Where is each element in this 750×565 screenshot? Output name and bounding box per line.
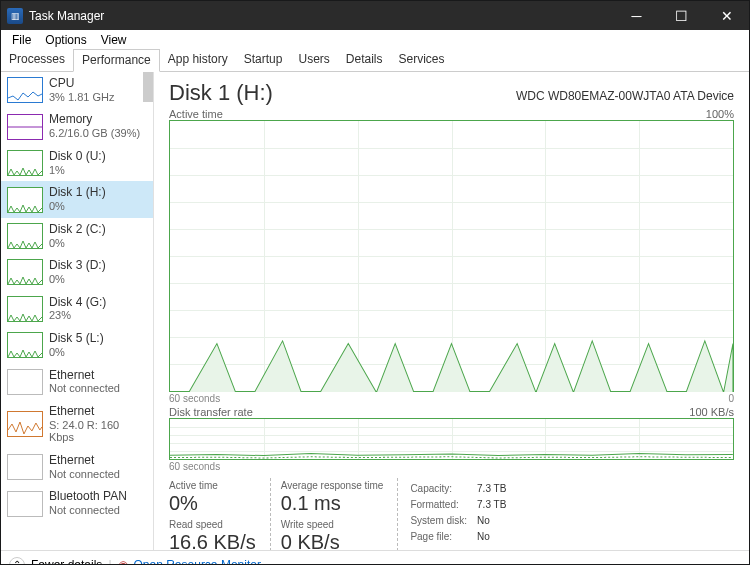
write-speed-label: Write speed xyxy=(281,519,384,530)
sidebar-item-label: Disk 4 (G:) xyxy=(49,296,106,310)
sidebar-item-value: Not connected xyxy=(49,468,120,481)
sidebar-item-value: 3% 1.81 GHz xyxy=(49,91,114,104)
sidebar-item-ethernet[interactable]: EthernetS: 24.0 R: 160 Kbps xyxy=(1,400,153,449)
thumbnail-icon xyxy=(7,223,43,249)
footer: ⌃ Fewer details | ◉ Open Resource Monito… xyxy=(1,550,749,565)
avg-response-value: 0.1 ms xyxy=(281,492,384,515)
sidebar-item-label: Ethernet xyxy=(49,369,120,383)
minimize-button[interactable]: ─ xyxy=(614,1,659,30)
tab-details[interactable]: Details xyxy=(338,49,391,71)
active-time-chart xyxy=(169,120,734,392)
titlebar[interactable]: ▥ Task Manager ─ ☐ ✕ xyxy=(1,1,749,30)
sidebar-item-label: Disk 0 (U:) xyxy=(49,150,106,164)
thumbnail-icon xyxy=(7,332,43,358)
active-time-label: Active time xyxy=(169,480,256,491)
tab-services[interactable]: Services xyxy=(391,49,453,71)
sidebar-item-disk-4-g-[interactable]: Disk 4 (G:)23% xyxy=(1,291,153,327)
graph2-label: Disk transfer rate xyxy=(169,406,253,418)
sidebar-item-label: Disk 2 (C:) xyxy=(49,223,106,237)
sidebar-item-value: 23% xyxy=(49,309,106,322)
sidebar-item-cpu[interactable]: CPU3% 1.81 GHz xyxy=(1,72,153,108)
tabs: Processes Performance App history Startu… xyxy=(1,49,749,72)
graph1-xleft: 60 seconds xyxy=(169,393,220,404)
thumbnail-icon xyxy=(7,369,43,395)
fewer-details-link[interactable]: Fewer details xyxy=(31,558,102,566)
sidebar-item-value: 0% xyxy=(49,273,106,286)
device-name: WDC WD80EMAZ-00WJTA0 ATA Device xyxy=(516,89,734,103)
thumbnail-icon xyxy=(7,77,43,103)
sidebar-item-value: 0% xyxy=(49,237,106,250)
sidebar-item-label: Memory xyxy=(49,113,140,127)
info-row: Capacity:7.3 TB xyxy=(410,482,506,496)
window-title: Task Manager xyxy=(29,9,104,23)
tab-users[interactable]: Users xyxy=(290,49,337,71)
graph1-label: Active time xyxy=(169,108,223,120)
thumbnail-icon xyxy=(7,150,43,176)
info-row: Formatted:7.3 TB xyxy=(410,498,506,512)
graph1-max: 100% xyxy=(706,108,734,120)
sidebar-item-disk-2-c-[interactable]: Disk 2 (C:)0% xyxy=(1,218,153,254)
sidebar-item-value: Not connected xyxy=(49,382,120,395)
app-icon: ▥ xyxy=(7,8,23,24)
sidebar-item-ethernet[interactable]: EthernetNot connected xyxy=(1,364,153,400)
info-row: Page file:No xyxy=(410,530,506,544)
sidebar-item-disk-3-d-[interactable]: Disk 3 (D:)0% xyxy=(1,254,153,290)
sidebar-item-value: 6.2/16.0 GB (39%) xyxy=(49,127,140,140)
tab-startup[interactable]: Startup xyxy=(236,49,291,71)
sidebar-item-disk-5-l-[interactable]: Disk 5 (L:)0% xyxy=(1,327,153,363)
sidebar-item-value: S: 24.0 R: 160 Kbps xyxy=(49,419,147,444)
sidebar-item-label: Disk 3 (D:) xyxy=(49,259,106,273)
page-title: Disk 1 (H:) xyxy=(169,80,273,106)
sidebar[interactable]: CPU3% 1.81 GHzMemory6.2/16.0 GB (39%)Dis… xyxy=(1,72,154,550)
read-speed-value: 16.6 KB/s xyxy=(169,531,256,550)
sidebar-item-value: Not connected xyxy=(49,504,127,517)
thumbnail-icon xyxy=(7,296,43,322)
thumbnail-icon xyxy=(7,454,43,480)
menu-file[interactable]: File xyxy=(6,31,37,49)
info-row: System disk:No xyxy=(410,514,506,528)
open-resource-monitor-link[interactable]: Open Resource Monitor xyxy=(134,558,261,566)
menubar: File Options View xyxy=(1,30,749,49)
sidebar-item-value: 0% xyxy=(49,346,104,359)
thumbnail-icon xyxy=(7,259,43,285)
tab-processes[interactable]: Processes xyxy=(1,49,73,71)
tab-app-history[interactable]: App history xyxy=(160,49,236,71)
maximize-button[interactable]: ☐ xyxy=(659,1,704,30)
sidebar-item-label: Bluetooth PAN xyxy=(49,490,127,504)
main-panel: Disk 1 (H:) WDC WD80EMAZ-00WJTA0 ATA Dev… xyxy=(154,72,749,550)
menu-view[interactable]: View xyxy=(95,31,133,49)
sidebar-item-label: Ethernet xyxy=(49,454,120,468)
sidebar-item-disk-1-h-[interactable]: Disk 1 (H:)0% xyxy=(1,181,153,217)
close-button[interactable]: ✕ xyxy=(704,1,749,30)
sidebar-item-label: Ethernet xyxy=(49,405,147,419)
thumbnail-icon xyxy=(7,114,43,140)
sidebar-item-ethernet[interactable]: EthernetNot connected xyxy=(1,449,153,485)
chevron-up-icon[interactable]: ⌃ xyxy=(9,557,25,566)
active-time-value: 0% xyxy=(169,492,256,515)
sidebar-item-value: 1% xyxy=(49,164,106,177)
avg-response-label: Average response time xyxy=(281,480,384,491)
sidebar-item-label: CPU xyxy=(49,77,114,91)
resource-monitor-icon: ◉ xyxy=(118,558,128,566)
thumbnail-icon xyxy=(7,187,43,213)
disk-info-table: Capacity:7.3 TBFormatted:7.3 TBSystem di… xyxy=(408,480,508,546)
graph1-xright: 0 xyxy=(728,393,734,404)
sidebar-item-disk-0-u-[interactable]: Disk 0 (U:)1% xyxy=(1,145,153,181)
sidebar-item-label: Disk 5 (L:) xyxy=(49,332,104,346)
write-speed-value: 0 KB/s xyxy=(281,531,384,550)
sidebar-item-value: 0% xyxy=(49,200,106,213)
thumbnail-icon xyxy=(7,491,43,517)
sidebar-item-label: Disk 1 (H:) xyxy=(49,186,106,200)
menu-options[interactable]: Options xyxy=(39,31,92,49)
graph2-xleft: 60 seconds xyxy=(169,461,220,472)
read-speed-label: Read speed xyxy=(169,519,256,530)
graph2-max: 100 KB/s xyxy=(689,406,734,418)
transfer-rate-chart xyxy=(169,418,734,460)
thumbnail-icon xyxy=(7,411,43,437)
sidebar-item-memory[interactable]: Memory6.2/16.0 GB (39%) xyxy=(1,108,153,144)
tab-performance[interactable]: Performance xyxy=(73,49,160,72)
sidebar-item-bluetooth-pan[interactable]: Bluetooth PANNot connected xyxy=(1,485,153,521)
